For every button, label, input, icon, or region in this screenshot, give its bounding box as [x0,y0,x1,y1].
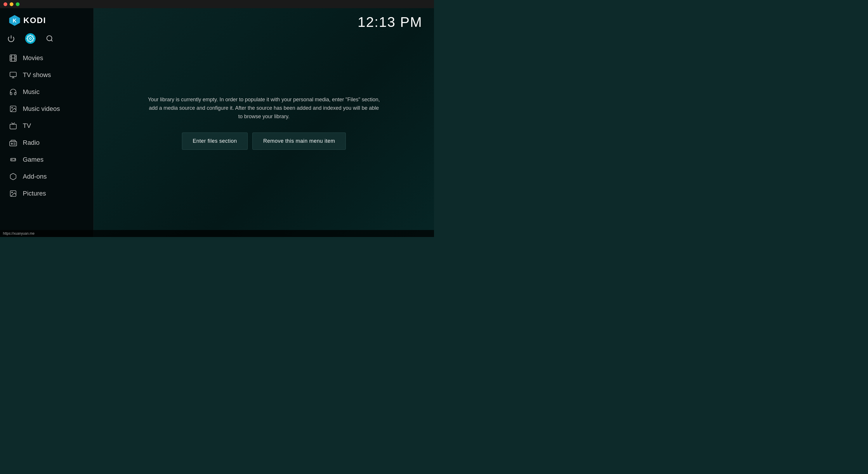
svg-point-18 [12,107,12,108]
radio-icon [9,138,18,147]
status-url: https://xuanyuan.me [3,232,34,236]
svg-point-3 [30,38,32,40]
games-label: Games [23,156,43,164]
pictures-icon [9,189,18,198]
sidebar-item-movies[interactable]: Movies [0,49,93,67]
sidebar-item-pictures[interactable]: Pictures [0,185,93,202]
settings-button[interactable] [25,33,36,44]
sidebar-item-radio[interactable]: Radio [0,134,93,151]
svg-rect-14 [10,72,17,76]
remove-menu-item-button[interactable]: Remove this main menu item [252,133,346,150]
svg-text:K: K [13,18,17,24]
action-buttons: Enter files section Remove this main men… [182,133,346,150]
close-button[interactable] [3,2,7,6]
add-ons-label: Add-ons [23,173,47,180]
clock: 12:13 PM [358,14,422,30]
sidebar-item-music-videos[interactable]: Music videos [0,100,93,117]
empty-library: Your library is currently empty. In orde… [94,8,434,237]
tv-shows-icon [9,71,18,79]
svg-rect-20 [10,141,17,146]
power-button[interactable] [6,33,17,44]
toolbar [0,31,93,49]
svg-point-21 [11,143,12,144]
svg-point-29 [12,192,12,193]
nav-items: Movies TV shows [0,49,93,237]
music-icon [9,88,18,96]
search-button[interactable] [44,33,55,44]
sidebar-item-tv-shows[interactable]: TV shows [0,67,93,83]
tv-label: TV [23,122,31,130]
minimize-button[interactable] [10,2,13,6]
app-title: KODI [23,16,46,25]
tv-shows-label: TV shows [23,71,51,79]
sidebar-item-music[interactable]: Music [0,83,93,100]
sidebar: K KODI [0,8,93,237]
pictures-label: Pictures [23,190,46,197]
music-label: Music [23,88,39,96]
games-icon [9,155,18,164]
movies-label: Movies [23,54,43,62]
music-videos-icon [9,104,18,113]
sidebar-item-tv[interactable]: TV [0,117,93,134]
empty-library-text: Your library is currently empty. In orde… [147,96,381,121]
sidebar-item-add-ons[interactable]: Add-ons [0,168,93,185]
window-chrome [0,0,434,8]
main-content: 12:13 PM Your library is currently empty… [94,8,434,237]
app-container: K KODI [0,8,434,237]
tv-icon [9,122,18,130]
maximize-button[interactable] [16,2,20,6]
radio-label: Radio [23,139,39,146]
svg-point-4 [47,36,52,41]
svg-line-5 [51,40,53,41]
sidebar-item-games[interactable]: Games [0,151,93,168]
status-bar: https://xuanyuan.me [0,230,434,237]
svg-rect-19 [10,124,17,129]
kodi-logo-icon: K [9,14,21,26]
add-ons-icon [9,172,18,181]
music-videos-label: Music videos [23,105,60,113]
enter-files-button[interactable]: Enter files section [182,133,248,150]
logo-area: K KODI [0,11,93,31]
movies-icon [9,54,18,63]
